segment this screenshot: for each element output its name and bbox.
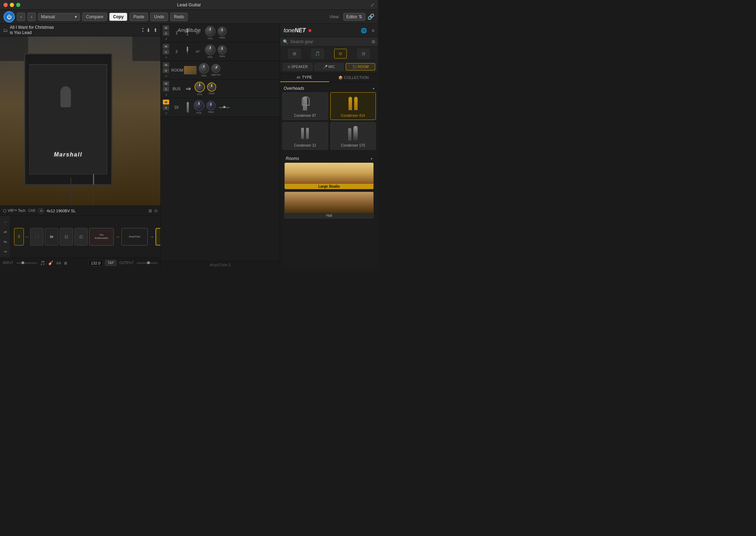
channel-room-solo[interactable]: S — [163, 68, 169, 73]
type-tab[interactable]: 🏷 TYPE — [280, 73, 329, 82]
chain-amp-head[interactable]: TheAmbassador — [89, 228, 114, 246]
tonenet-header: toneNET 🌐 ≡ — [280, 24, 378, 37]
mixer-channel-1: M S ⌀ 1 45° VOL PAN — [161, 24, 280, 42]
preset-down-arrow[interactable]: ▼ — [141, 30, 144, 33]
chain-input-node[interactable]: S — [14, 228, 24, 246]
chain-tuner-node[interactable]: ⋮⋮ — [30, 228, 44, 246]
close-button[interactable] — [4, 3, 8, 7]
spectrum-icon[interactable]: ≣ — [64, 261, 67, 266]
copy-button[interactable]: Copy — [109, 13, 127, 21]
undo-button[interactable]: Undo — [150, 13, 168, 21]
chain-tool-split[interactable]: ⇌ — [2, 228, 8, 235]
cat-icon-3[interactable]: ⊟ — [357, 49, 370, 59]
input-fader[interactable] — [16, 262, 37, 264]
channel-room-phase[interactable]: ⌀ — [163, 74, 169, 78]
channel-bus-vol[interactable] — [194, 82, 205, 92]
download-icon[interactable]: ⬇ — [146, 27, 151, 33]
search-input[interactable] — [290, 39, 370, 44]
chain-tool-eq[interactable]: ⇒ — [2, 248, 8, 255]
metronome-icon[interactable]: 🎵 — [40, 261, 45, 266]
channel-di-mute[interactable]: M — [163, 100, 169, 105]
preset-dropdown[interactable]: Manual ▾ — [38, 13, 80, 21]
channel-bus-mute[interactable]: M — [163, 81, 169, 86]
compare-button[interactable]: Compare — [82, 13, 107, 21]
output-fader[interactable] — [137, 262, 158, 264]
globe-icon[interactable]: 🌐 — [361, 28, 367, 33]
channel-2-vol[interactable] — [205, 45, 215, 55]
channel-1-phase[interactable]: ⌀ — [163, 36, 169, 41]
channel-bus-pan-knob: PAN — [207, 82, 216, 95]
paste-button[interactable]: Paste — [130, 13, 148, 21]
condenser-170-mic-pair — [348, 126, 358, 141]
menu-icon[interactable]: ≡ — [372, 28, 374, 33]
view-mode: Editor — [346, 14, 357, 19]
channel-di-phase[interactable]: ⌀ — [163, 111, 169, 115]
chain-cab-node[interactable]: ■ — [155, 228, 160, 246]
channel-1-pan[interactable] — [218, 27, 227, 36]
chain-amplitube-node[interactable]: AmpliTube — [121, 228, 148, 246]
view-dropdown[interactable]: Editor ⇅ — [343, 13, 365, 21]
mic-tab[interactable]: 🎤 MIC — [314, 63, 344, 71]
dropdown-arrow: ▾ — [75, 14, 77, 19]
channel-room-thumb[interactable] — [184, 66, 197, 74]
channel-bus-pan[interactable] — [207, 82, 216, 92]
gear-item-condenser-87[interactable]: Condenser 87 — [282, 92, 328, 120]
di-fader[interactable] — [219, 107, 230, 108]
channel-bus-phase[interactable]: ⌀ — [163, 92, 169, 96]
channel-room-vol[interactable] — [199, 63, 209, 74]
redo-button[interactable]: Redo — [170, 13, 188, 21]
large-studio-label: Large Studio — [285, 184, 373, 189]
filter-icon[interactable]: ⊞ — [372, 39, 375, 44]
channel-1-mute[interactable]: M — [163, 25, 169, 30]
overheads-header[interactable]: Overheads ▾ — [282, 85, 376, 92]
forward-button[interactable]: › — [27, 13, 36, 21]
tuner-icon[interactable]: 🎸 — [48, 261, 53, 266]
channel-di-solo[interactable]: S — [163, 105, 169, 110]
channel-2-mute[interactable]: M — [163, 44, 169, 49]
collection-tab[interactable]: 📦 COLLECTION — [329, 73, 378, 82]
cab-eq-icon[interactable]: ⊞ — [148, 208, 152, 213]
cat-icon-0[interactable]: ⊞ — [288, 49, 301, 59]
channel-room-mute[interactable]: M — [163, 62, 169, 67]
power-button[interactable]: ⏻ — [4, 11, 15, 22]
room-card-hall[interactable]: Hall — [284, 192, 374, 219]
channel-1-solo[interactable]: S — [163, 31, 169, 36]
room-tab[interactable]: ⬛ ROOM — [346, 63, 375, 71]
cab-target-icon[interactable]: ⊙ — [154, 208, 158, 213]
channel-2-phase[interactable]: ⌀ — [163, 55, 169, 59]
channel-1-vol[interactable] — [205, 26, 215, 36]
channel-bus-solo[interactable]: S — [163, 87, 169, 92]
minimize-button[interactable] — [10, 3, 14, 7]
speaker-tab[interactable]: ⊙ SPEAKER — [283, 63, 312, 71]
cab-power-button[interactable]: ⏻ — [38, 208, 44, 214]
channel-di-pan[interactable] — [206, 101, 215, 110]
back-button[interactable]: ‹ — [17, 13, 25, 21]
channel-2-solo[interactable]: S — [163, 49, 169, 54]
room-card-large-studio[interactable]: Large Studio — [284, 162, 374, 189]
expand-icon[interactable]: ⤢ — [370, 2, 374, 8]
link-button[interactable]: 🔗 — [367, 13, 374, 20]
channel-di-vol[interactable] — [194, 100, 204, 111]
cat-icon-1[interactable]: 🎵 — [311, 49, 324, 59]
chain-tool-arrow[interactable]: → — [2, 219, 8, 226]
folder-icon[interactable]: 🗂 — [3, 27, 8, 33]
room-label: ROOM — [358, 65, 369, 69]
chain-effect-1[interactable]: ⊡ — [60, 228, 73, 246]
mic-label: MIC — [329, 65, 335, 69]
chain-effect-2[interactable]: ⊡ — [74, 228, 88, 246]
preset-up-arrow[interactable]: ▲ — [141, 27, 144, 30]
chain-tool-merge[interactable]: ⇋ — [2, 238, 8, 245]
cat-icon-2[interactable]: ⊙ — [334, 49, 347, 59]
waveform-icon[interactable]: ≡≡ — [56, 261, 61, 266]
gear-item-condenser-414[interactable]: Condenser 414 — [330, 92, 376, 120]
channel-2-pan[interactable] — [218, 45, 227, 54]
maximize-button[interactable] — [16, 3, 20, 7]
channel-room-width[interactable] — [210, 62, 222, 75]
rooms-header[interactable]: Rooms ▾ — [284, 155, 374, 162]
tap-button[interactable]: TAP — [105, 260, 117, 266]
bpm-area: 132.0 TAP — [88, 260, 117, 266]
chain-di-node[interactable]: DI — [45, 228, 58, 246]
upload-icon[interactable]: ⬆ — [153, 27, 158, 33]
gear-item-condenser-12[interactable]: Condenser 12 — [282, 122, 328, 150]
gear-item-condenser-170[interactable]: Condenser 170 — [330, 122, 376, 150]
